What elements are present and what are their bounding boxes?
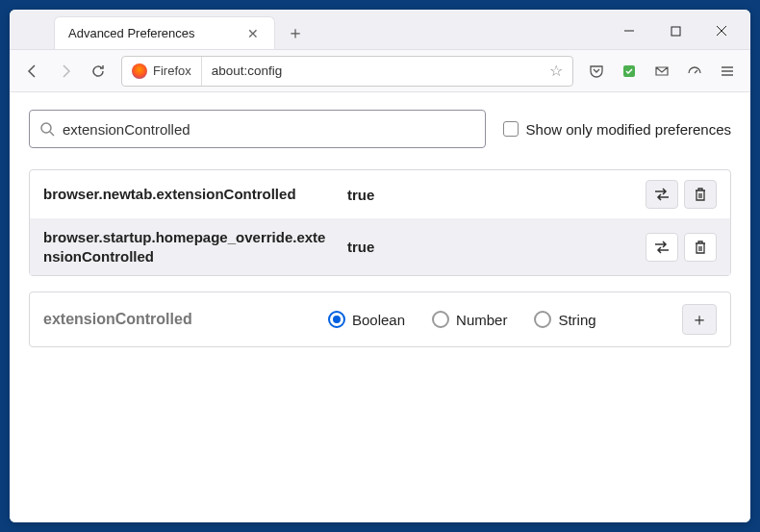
new-tab-button[interactable]: ＋ — [281, 18, 310, 47]
add-button[interactable]: ＋ — [682, 304, 717, 335]
show-modified-checkbox[interactable]: Show only modified preferences — [503, 121, 731, 138]
close-window-button[interactable] — [700, 16, 743, 45]
content-area: Show only modified preferences browser.n… — [10, 92, 750, 522]
search-box[interactable] — [29, 110, 486, 148]
menu-button[interactable] — [712, 56, 743, 87]
svg-line-9 — [50, 132, 54, 136]
identity-box[interactable]: Firefox — [122, 57, 202, 86]
search-row: Show only modified preferences — [29, 110, 731, 148]
mail-icon[interactable] — [646, 56, 677, 87]
delete-button[interactable] — [684, 233, 717, 262]
toggle-button[interactable] — [646, 233, 678, 262]
minimize-button[interactable] — [608, 16, 650, 45]
firefox-icon — [132, 63, 147, 79]
toggle-button[interactable] — [646, 180, 678, 209]
dashboard-icon[interactable] — [679, 56, 710, 87]
tab-active[interactable]: Advanced Preferences ✕ — [54, 16, 275, 49]
radio-label: String — [558, 312, 595, 328]
browser-window: Advanced Preferences ✕ ＋ — [10, 10, 750, 522]
radio-icon — [328, 311, 345, 328]
svg-rect-1 — [671, 27, 680, 36]
pref-row: browser.newtab.extensionControlled true — [30, 170, 730, 218]
tab-title: Advanced Preferences — [68, 26, 195, 40]
radio-string[interactable]: String — [534, 311, 595, 328]
radio-icon — [534, 311, 551, 328]
pref-name: browser.newtab.extensionControlled — [43, 185, 332, 204]
forward-button[interactable] — [50, 56, 81, 87]
delete-button[interactable] — [684, 180, 717, 209]
extension-icon[interactable] — [614, 56, 645, 87]
toolbar: Firefox about:config ☆ — [10, 50, 750, 92]
pref-value: true — [347, 187, 630, 203]
window-controls — [608, 16, 750, 49]
radio-label: Boolean — [352, 312, 405, 328]
url-text[interactable]: about:config — [202, 63, 540, 78]
pref-name: browser.startup.homepage_override.extens… — [43, 228, 332, 266]
toolbar-icons — [581, 56, 743, 87]
checkbox-icon — [503, 121, 519, 137]
identity-label: Firefox — [153, 63, 191, 78]
radio-number[interactable]: Number — [432, 311, 507, 328]
tab-bar: Advanced Preferences ✕ ＋ — [10, 10, 750, 50]
back-button[interactable] — [17, 56, 48, 87]
svg-point-8 — [41, 123, 51, 133]
pocket-icon[interactable] — [581, 56, 612, 87]
pref-row: browser.startup.homepage_override.extens… — [30, 218, 730, 275]
add-pref-name: extensionControlled — [43, 311, 313, 328]
maximize-button[interactable] — [654, 16, 697, 45]
bookmark-star-icon[interactable]: ☆ — [540, 62, 572, 80]
radio-label: Number — [456, 312, 507, 328]
prefs-table: browser.newtab.extensionControlled true … — [29, 169, 731, 276]
show-modified-label: Show only modified preferences — [526, 121, 731, 138]
radio-boolean[interactable]: Boolean — [328, 311, 405, 328]
type-radios: Boolean Number String — [328, 311, 667, 328]
add-pref-row: extensionControlled Boolean Number Strin… — [29, 291, 731, 347]
url-bar[interactable]: Firefox about:config ☆ — [121, 56, 573, 87]
search-input[interactable] — [63, 121, 475, 138]
pref-value: true — [347, 239, 630, 255]
close-icon[interactable]: ✕ — [243, 22, 263, 45]
radio-icon — [432, 311, 449, 328]
search-icon — [39, 121, 55, 137]
reload-button[interactable] — [83, 56, 114, 87]
